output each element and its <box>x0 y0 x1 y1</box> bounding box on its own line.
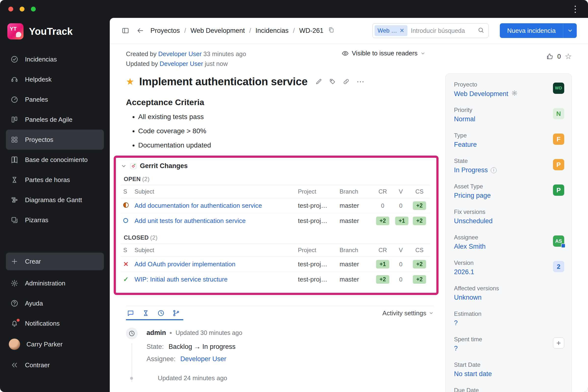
sidebar-item-label: Ayuda <box>25 300 43 307</box>
favorite-star-icon[interactable]: ☆ <box>565 52 572 60</box>
sidebar-toggle-icon[interactable] <box>121 26 130 35</box>
link-icon[interactable] <box>343 78 350 85</box>
vote-count: 0 <box>558 53 561 60</box>
field-priority: Priority Normal N <box>454 106 564 124</box>
breadcrumb-proyectos[interactable]: Proyectos <box>150 27 180 34</box>
breadcrumb-issue-id[interactable]: WD-261 <box>299 27 324 34</box>
activity-settings-dropdown[interactable]: Activity settings <box>382 310 434 317</box>
starred-icon[interactable]: ★ <box>126 77 134 86</box>
activity-author-link[interactable]: admin <box>146 329 166 337</box>
sidebar-item-paneles-agile[interactable]: Paneles de Agile <box>6 110 104 130</box>
thumbs-up-icon[interactable] <box>546 53 554 60</box>
activity-entry: Updated 24 minutes ago <box>126 374 434 382</box>
create-button[interactable]: Crear <box>6 252 104 270</box>
criteria-item: Documentation updated <box>138 141 434 149</box>
breadcrumb-project[interactable]: Web Development <box>190 27 245 34</box>
assignee-change-label: Assignee: <box>146 355 176 362</box>
sidebar-collapse[interactable]: Contraer <box>6 355 104 375</box>
sidebar-item-ayuda[interactable]: Ayuda <box>6 293 104 313</box>
search-filter-tag[interactable]: Web … ✕ <box>374 25 408 36</box>
gerrit-widget annotation-highlight: Gerrit Changes OPEN(2) SSubjectProjectBr… <box>114 156 438 295</box>
help-icon <box>10 299 18 308</box>
sidebar-item-partes-horas[interactable]: Partes de horas <box>6 170 104 190</box>
asset-type-value-link[interactable]: Pricing page <box>454 192 491 200</box>
new-issue-button-group: Nueva incidencia <box>500 23 577 38</box>
create-button-label: Crear <box>25 258 41 265</box>
kebab-menu-icon[interactable]: ⋮ <box>571 5 580 14</box>
field-due-date: Due Date <box>454 387 564 392</box>
sidebar-item-pizarras[interactable]: Pizarras <box>6 210 104 230</box>
vcs-tab-icon[interactable] <box>172 310 180 317</box>
more-actions-icon[interactable]: ⋯ <box>356 78 364 86</box>
minimize-window-button[interactable] <box>20 6 24 12</box>
affected-versions-value-link[interactable]: Unknown <box>454 294 482 301</box>
sidebar-item-label: Diagramas de Gantt <box>25 196 82 204</box>
close-window-button[interactable] <box>8 6 13 12</box>
notification-dot <box>17 319 20 322</box>
youtrack-logo[interactable]: YT YouTrack <box>6 21 104 40</box>
field-label: Due Date <box>454 387 479 392</box>
field-label: Affected versions <box>454 285 499 292</box>
dashboard-icon <box>10 95 18 104</box>
visibility-dropdown[interactable]: Visible to issue readers <box>342 50 425 57</box>
sidebar-profile[interactable]: Carry Parker <box>6 334 104 355</box>
created-user-link[interactable]: Developer User <box>158 50 202 57</box>
comments-tab-icon[interactable] <box>127 310 134 317</box>
history-tab-icon[interactable] <box>142 310 150 317</box>
type-value-link[interactable]: Feature <box>454 141 477 148</box>
issue-title-row: ★ Implement authentication service ⋯ <box>126 76 434 88</box>
remove-tag-icon[interactable]: ✕ <box>400 27 404 34</box>
title-actions: ⋯ <box>315 78 364 86</box>
breadcrumb-incidencias[interactable]: Incidencias <box>256 27 288 34</box>
change-subject-link[interactable]: Add unit tests for authentication servic… <box>134 217 293 225</box>
gerrit-table-header: SSubjectProjectBranchCRVCS <box>121 244 430 257</box>
sidebar-item-paneles[interactable]: Paneles <box>6 90 104 110</box>
info-icon[interactable]: i <box>491 167 496 173</box>
sidebar-item-notifications[interactable]: Notifications <box>6 313 104 334</box>
estimation-value-link[interactable]: ? <box>454 319 458 327</box>
copy-id-icon[interactable] <box>328 26 335 35</box>
zoom-window-button[interactable] <box>31 6 36 12</box>
fix-versions-value-link[interactable]: Unscheduled <box>454 217 493 225</box>
new-issue-button[interactable]: Nueva incidencia <box>500 23 563 38</box>
add-spent-time-button[interactable]: + <box>553 337 564 349</box>
project-value-link[interactable]: Web Development <box>454 90 508 98</box>
sidebar-item-administration[interactable]: Administration <box>6 273 104 293</box>
type-badge: F <box>553 134 564 145</box>
sidebar-bottom: Administration Ayuda Notifications Carry… <box>6 273 104 375</box>
search-input[interactable]: Web … ✕ Introducir búsqueda <box>372 23 488 38</box>
time-tab-icon[interactable] <box>157 310 165 317</box>
sidebar-item-gantt[interactable]: Diagramas de Gantt <box>6 190 104 210</box>
issue-description: Acceptance Criteria All existing tests p… <box>126 98 434 149</box>
knowledge-base-icon <box>10 156 18 164</box>
project-settings-gear-icon[interactable] <box>511 90 518 98</box>
assignee-change-link[interactable]: Developer User <box>180 355 226 362</box>
dot-separator: ● <box>170 330 172 336</box>
activity-tab-group <box>126 306 183 320</box>
activity-tabs-bar: Activity settings <box>126 306 434 320</box>
tag-icon[interactable] <box>329 78 336 85</box>
change-subject-link[interactable]: WIP: Initial auth service structure <box>134 276 293 283</box>
sidebar-item-proyectos[interactable]: Proyectos <box>6 130 104 150</box>
state-value-link[interactable]: In Progress <box>454 166 488 174</box>
sidebar-item-helpdesk[interactable]: Helpdesk <box>6 69 104 90</box>
collapse-chevron-icon[interactable] <box>121 163 127 169</box>
gerrit-header: Gerrit Changes <box>121 162 430 170</box>
updated-user-link[interactable]: Developer User <box>160 60 203 67</box>
edit-pencil-icon[interactable] <box>315 78 322 85</box>
change-subject-link[interactable]: Add OAuth provider implementation <box>134 260 293 268</box>
sidebar-item-incidencias[interactable]: Incidencias <box>6 49 104 69</box>
activity-settings-label: Activity settings <box>382 310 426 317</box>
new-issue-dropdown[interactable] <box>563 23 577 38</box>
assignee-value-link[interactable]: Alex Smith <box>454 243 486 250</box>
plus-icon <box>10 257 18 266</box>
collapse-label: Contraer <box>25 362 50 369</box>
priority-value-link[interactable]: Normal <box>454 116 475 123</box>
start-date-value-link[interactable]: No start date <box>454 370 492 378</box>
sidebar-nav: Incidencias Helpdesk Paneles Paneles de … <box>6 49 104 230</box>
sidebar-item-base-conocimiento[interactable]: Base de conocimiento <box>6 150 104 170</box>
spent-time-value-link[interactable]: ? <box>454 345 458 352</box>
version-value-link[interactable]: 2026.1 <box>454 268 474 276</box>
back-arrow-icon[interactable] <box>136 26 144 35</box>
change-subject-link[interactable]: Add documentation for authentication ser… <box>134 202 293 210</box>
